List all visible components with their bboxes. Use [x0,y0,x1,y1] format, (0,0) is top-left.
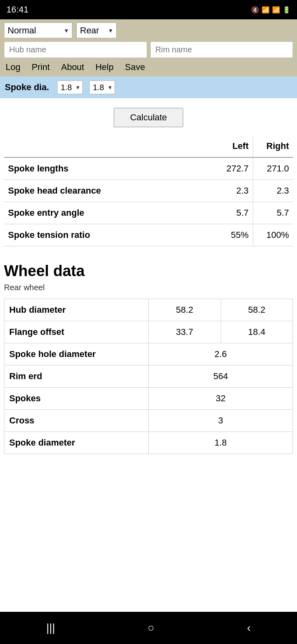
main-content: Calculate Left Right Spoke lengths 272.7… [0,98,297,612]
wheel-data-title: Wheel data [4,262,293,280]
help-menu-item[interactable]: Help [94,61,115,73]
spoke-dia-right-wrapper[interactable]: 1.5 1.6 1.7 1.8 2.0 2.3 [89,80,115,94]
spoke-dia-right-select[interactable]: 1.5 1.6 1.7 1.8 2.0 2.3 [89,80,115,94]
toolbar-row1: Normal Custom Rear Front [4,23,293,38]
results-left-header: Left [213,135,253,157]
wheel-label-0: Hub diameter [4,299,149,321]
result-right-2: 5.7 [253,202,293,224]
result-label-1: Spoke head clearance [4,180,213,202]
result-left-2: 5.7 [213,202,253,224]
signal-icon: 📶 [272,6,280,14]
wheel-row-5: Cross 3 [4,410,293,432]
wheel-val2-1: 18.4 [221,321,293,343]
rim-name-input[interactable] [150,41,293,58]
spoke-dia-left-wrapper[interactable]: 1.5 1.6 1.7 1.8 2.0 2.3 [57,80,83,94]
wheel-row-3: Rim erd 564 [4,365,293,388]
result-right-1: 2.3 [253,180,293,202]
results-label-header [4,135,213,157]
wheel-table: Hub diameter 58.2 58.2 Flange offset 33.… [4,299,293,454]
rear-dropdown[interactable]: Rear Front [76,23,117,38]
wheel-val-4: 32 [149,388,293,410]
result-right-3: 100% [253,224,293,246]
nav-back-button[interactable]: ||| [42,617,59,638]
result-left-3: 55% [213,224,253,246]
battery-icon: 🔋 [283,6,291,14]
wheel-row-2: Spoke hole diameter 2.6 [4,343,293,365]
wheel-val2-0: 58.2 [221,299,293,321]
wheel-val1-1: 33.7 [149,321,221,343]
spoke-dia-row: Spoke dia. 1.5 1.6 1.7 1.8 2.0 2.3 1.5 1… [0,76,297,98]
results-table: Left Right Spoke lengths 272.7 271.0 Spo… [4,135,293,246]
wheel-row-6: Spoke diameter 1.8 [4,432,293,454]
spoke-dia-label: Spoke dia. [5,82,49,93]
wheel-val-3: 564 [149,365,293,388]
normal-select-wrapper[interactable]: Normal Custom [4,23,72,38]
wheel-row-0: Hub diameter 58.2 58.2 [4,299,293,321]
print-menu-item[interactable]: Print [30,61,51,73]
results-right-header: Right [253,135,293,157]
calculate-btn-row: Calculate [4,98,293,135]
wheel-label-1: Flange offset [4,321,149,343]
result-left-0: 272.7 [213,157,253,180]
spoke-dia-left-select[interactable]: 1.5 1.6 1.7 1.8 2.0 2.3 [57,80,83,94]
result-label-0: Spoke lengths [4,157,213,180]
status-bar: 16:41 🔇 📶 📶 🔋 [0,0,297,19]
results-row-1: Spoke head clearance 2.3 2.3 [4,180,293,202]
wheel-label-6: Spoke diameter [4,432,149,454]
results-header-row: Left Right [4,135,293,157]
result-label-2: Spoke entry angle [4,202,213,224]
wheel-label-5: Cross [4,410,149,432]
toolbar: Normal Custom Rear Front Log Print About… [0,19,297,76]
rear-select-wrapper[interactable]: Rear Front [76,23,117,38]
wifi-icon: 📶 [262,6,270,14]
hub-name-input[interactable] [4,41,147,58]
wheel-row-1: Flange offset 33.7 18.4 [4,321,293,343]
toolbar-row3: Log Print About Help Save [4,61,293,73]
results-row-3: Spoke tension ratio 55% 100% [4,224,293,246]
about-menu-item[interactable]: About [59,61,86,73]
toolbar-row2 [4,41,293,58]
nav-home-button[interactable]: ○ [143,617,158,638]
wheel-label-4: Spokes [4,388,149,410]
wheel-val-2: 2.6 [149,343,293,365]
wheel-label-3: Rim erd [4,365,149,388]
normal-dropdown[interactable]: Normal Custom [4,23,72,38]
save-menu-item[interactable]: Save [123,61,147,73]
results-row-2: Spoke entry angle 5.7 5.7 [4,202,293,224]
wheel-data-subtitle: Rear wheel [4,283,293,292]
wheel-val1-0: 58.2 [149,299,221,321]
status-icons: 🔇 📶 📶 🔋 [251,6,291,14]
wheel-data-section: Wheel data Rear wheel Hub diameter 58.2 … [4,258,293,466]
wheel-val-5: 3 [149,410,293,432]
nav-recent-button[interactable]: ‹ [243,617,254,638]
result-right-0: 271.0 [253,157,293,180]
result-label-3: Spoke tension ratio [4,224,213,246]
wheel-val-6: 1.8 [149,432,293,454]
log-menu-item[interactable]: Log [4,61,22,73]
wheel-label-2: Spoke hole diameter [4,343,149,365]
status-time: 16:41 [6,4,29,15]
results-row-0: Spoke lengths 272.7 271.0 [4,157,293,180]
result-left-1: 2.3 [213,180,253,202]
wheel-row-4: Spokes 32 [4,388,293,410]
calculate-button[interactable]: Calculate [114,108,184,127]
bottom-nav: ||| ○ ‹ [0,612,297,644]
mute-icon: 🔇 [251,6,259,14]
